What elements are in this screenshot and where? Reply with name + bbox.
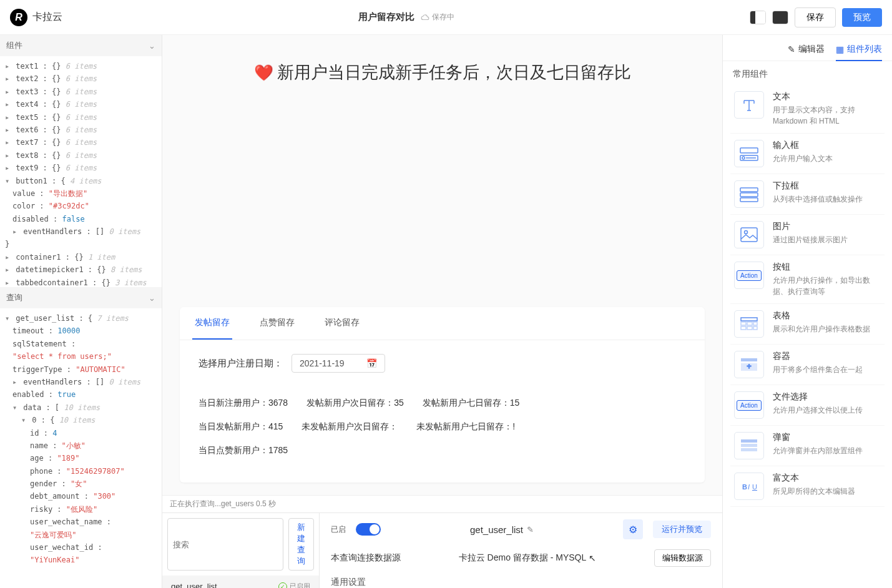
modal-icon	[734, 432, 764, 459]
svg-rect-15	[753, 326, 757, 330]
tab-component-list[interactable]: ▦组件列表	[836, 44, 882, 61]
datasource-label: 本查询连接数据源	[331, 552, 401, 564]
cloud-icon	[421, 13, 429, 22]
svg-rect-9	[741, 318, 757, 321]
component-card-action[interactable]: Action 文件选择 允许用户选择文件以便上传	[730, 385, 885, 426]
tree-item-text8[interactable]: ▸ text8 : {} 6 items	[2, 149, 159, 162]
canvas-heading: ❤️ 新用户当日完成新手任务后，次日及七日留存比	[162, 35, 722, 90]
query-search-input[interactable]	[167, 518, 283, 571]
tree-query-root[interactable]: ▾ get_user_list : { 7 items	[2, 312, 159, 325]
enabled-label: 已启	[331, 524, 346, 535]
select-icon	[734, 180, 764, 208]
component-title: 输入框	[773, 140, 833, 151]
text-icon	[734, 91, 764, 119]
component-card-modal[interactable]: 弹窗 允许弹窗并在内部放置组件	[730, 426, 885, 466]
action-icon: Action	[734, 391, 764, 419]
tree-data[interactable]: ▾ data : [ 10 items	[2, 401, 159, 414]
components-section-header[interactable]: 组件⌄	[0, 35, 162, 56]
component-card-container[interactable]: + 容器 用于将多个组件集合在一起	[730, 345, 885, 385]
tree-prop[interactable]: ▸ eventHandlers : [] 0 items	[2, 376, 159, 388]
svg-rect-21	[741, 448, 757, 451]
page-title: 用户留存对比	[358, 11, 414, 23]
date-label: 选择用户注册日期：	[198, 358, 283, 370]
stat-item: 当日发帖新用户：415	[198, 421, 283, 433]
tree-prop[interactable]: ▸ eventHandlers : [] 0 items	[2, 225, 159, 238]
stat-item: 当日点赞新用户：1785	[198, 445, 288, 456]
component-title: 弹窗	[773, 432, 863, 443]
pencil-icon: ✎	[788, 44, 795, 54]
heart-icon: ❤️	[254, 64, 273, 82]
tree-item-text3[interactable]: ▸ text3 : {} 6 items	[2, 86, 159, 98]
tree-prop: sqlStatement :"select * from users;"	[2, 338, 159, 363]
tree-item-text9[interactable]: ▸ text9 : {} 6 items	[2, 162, 159, 174]
svg-rect-11	[747, 322, 752, 325]
query-row-get_user_list[interactable]: get_user_list✓已启用	[162, 576, 319, 588]
component-desc: 用于显示文本内容，支持 Markdown 和 HTML	[773, 104, 881, 127]
common-components-label: 常用组件	[723, 61, 892, 85]
component-title: 文件选择	[773, 391, 863, 403]
component-desc: 用于将多个组件集合在一起	[773, 364, 863, 375]
tree-item-text6[interactable]: ▸ text6 : {} 6 items	[2, 124, 159, 136]
component-card-text[interactable]: 文本 用于显示文本内容，支持 Markdown 和 HTML	[730, 85, 885, 134]
svg-text:I: I	[748, 483, 750, 491]
tree-item-tabbedcontainer1[interactable]: ▸ tabbedcontainer1 : {} 3 items	[2, 277, 159, 287]
tab-0[interactable]: 发帖留存	[192, 307, 232, 340]
tab-2[interactable]: 评论留存	[322, 307, 362, 340]
layout-full-button[interactable]	[772, 11, 788, 24]
component-title: 富文本	[773, 473, 855, 484]
tree-item-0[interactable]: ▾ 0 : { 10 items	[2, 414, 159, 426]
rich-icon: BIU	[734, 473, 764, 500]
component-card-action[interactable]: Action 按钮 允许用户执行操作，如导出数据、执行查询等	[730, 255, 885, 304]
svg-rect-6	[740, 198, 758, 202]
date-picker[interactable]: 2021-11-19 📅	[292, 354, 385, 373]
tree-prop: risky : "低风险"	[2, 503, 159, 516]
tab-editor[interactable]: ✎编辑器	[788, 44, 825, 61]
tree-prop: color : "#3c92dc"	[2, 200, 159, 212]
component-card-select[interactable]: 下拉框 从列表中选择值或触发操作	[730, 174, 885, 215]
component-card-image[interactable]: 图片 通过图片链接展示图片	[730, 215, 885, 255]
enabled-badge: ✓已启用	[278, 582, 310, 588]
tree-item-datetimepicker1[interactable]: ▸ datetimepicker1 : {} 8 items	[2, 263, 159, 276]
query-section-header[interactable]: 查询⌄	[0, 287, 162, 308]
general-settings-label: 通用设置	[331, 577, 711, 588]
component-title: 容器	[773, 351, 863, 362]
preview-button[interactable]: 预览	[842, 8, 882, 27]
tree-item-text5[interactable]: ▸ text5 : {} 6 items	[2, 111, 159, 124]
stat-item: 未发帖新用户次日留存：	[301, 421, 398, 433]
tree-item-text1[interactable]: ▸ text1 : {} 6 items	[2, 60, 159, 72]
layout-sidebar-left-button[interactable]	[750, 11, 766, 24]
component-card-table[interactable]: 表格 展示和允许用户操作表格数据	[730, 304, 885, 345]
stat-item: 发帖新用户次日留存：35	[306, 398, 404, 409]
svg-point-8	[745, 231, 748, 234]
tree-prop: phone : "15246297807"	[2, 465, 159, 478]
component-card-input[interactable]: 输入框 允许用户输入文本	[730, 134, 885, 174]
component-desc: 允许用户执行操作，如导出数据、执行查询等	[773, 275, 881, 297]
svg-text:B: B	[742, 483, 747, 491]
component-title: 文本	[773, 91, 881, 102]
settings-button[interactable]: ⚙	[623, 519, 643, 539]
tab-1[interactable]: 点赞留存	[257, 307, 297, 340]
component-card-rich[interactable]: BIU 富文本 所见即所得的文本编辑器	[730, 466, 885, 507]
tree-prop: disabled : false	[2, 213, 159, 225]
tree-item-text4[interactable]: ▸ text4 : {} 6 items	[2, 98, 159, 110]
datasource-value: 卡拉云 Demo 留存数据 - MYSQL↖	[459, 552, 597, 564]
svg-rect-16	[741, 358, 757, 361]
exec-status: 正在执行查询...get_users 0.5 秒	[162, 495, 722, 512]
save-status: 保存中	[421, 12, 454, 22]
svg-rect-10	[741, 322, 746, 325]
enabled-toggle[interactable]	[356, 523, 381, 536]
component-title: 表格	[773, 310, 870, 321]
brand: R 卡拉云	[10, 9, 62, 26]
tree-item-text7[interactable]: ▸ text7 : {} 6 items	[2, 136, 159, 149]
tree-item-button1[interactable]: ▾ button1 : { 4 items	[2, 175, 159, 187]
svg-text:+: +	[747, 362, 751, 371]
query-name-display[interactable]: get_user_list✎	[391, 524, 613, 535]
new-query-button[interactable]: 新建查询	[288, 518, 314, 571]
run-preview-button[interactable]: 运行并预览	[653, 521, 711, 538]
save-button[interactable]: 保存	[795, 7, 836, 27]
tree-prop: enabled : true	[2, 388, 159, 401]
tree-item-container1[interactable]: ▸ container1 : {} 1 item	[2, 251, 159, 263]
tree-item-text2[interactable]: ▸ text2 : {} 6 items	[2, 72, 159, 85]
svg-text:U: U	[752, 483, 757, 491]
edit-datasource-button[interactable]: 编辑数据源	[654, 549, 711, 567]
